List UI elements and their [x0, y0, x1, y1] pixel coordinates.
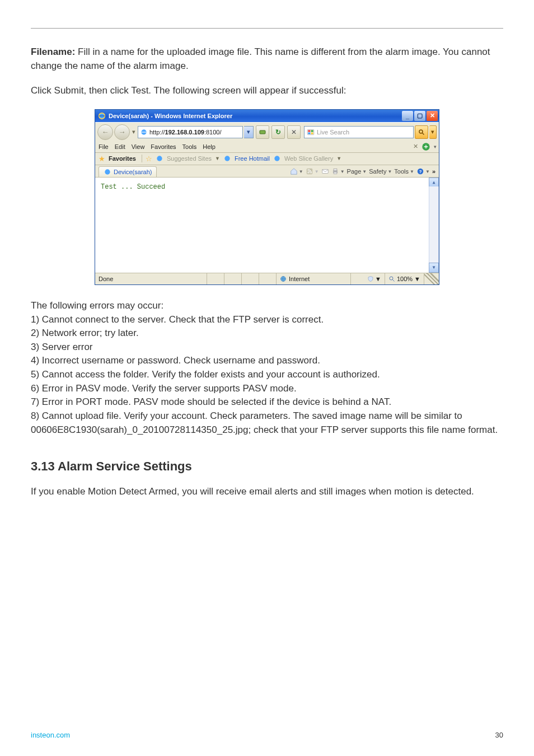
svg-rect-4 [308, 130, 310, 132]
ie-small-icon-2 [223, 155, 231, 162]
shield-icon [367, 276, 374, 282]
window-title: Device(sarah) - Windows Internet Explore… [109, 113, 232, 119]
status-done: Done [95, 273, 207, 284]
menu-tools[interactable]: Tools [182, 143, 197, 150]
list-item: 2) Network error; try later. [31, 326, 503, 340]
help-button[interactable]: ?▼ [416, 167, 430, 175]
search-box[interactable]: Live Search [304, 126, 414, 138]
tools-menu[interactable]: Tools▼ [394, 168, 414, 175]
svg-point-12 [224, 156, 229, 161]
menu-file[interactable]: File [99, 143, 109, 150]
nav-history-dropdown[interactable]: ▾ [131, 128, 137, 136]
svg-point-24 [390, 277, 393, 280]
search-options-dropdown[interactable]: ▾ [429, 125, 437, 139]
back-button[interactable]: ← [97, 124, 113, 140]
errors-intro: The following errors may occur: [31, 299, 503, 313]
favorites-star-icon[interactable]: ★ [99, 155, 105, 163]
svg-text:?: ? [419, 169, 422, 174]
ie-window: Device(sarah) - Windows Internet Explore… [95, 109, 439, 285]
list-item: 8) Cannot upload file. Verify your accou… [31, 409, 503, 437]
resize-grip[interactable] [424, 273, 439, 284]
tab-and-command-bar: Device(sarah) ▼ ▼ ▼ Page▼ [95, 165, 439, 177]
paragraph-motion-detect: If you enable Motion Detect Armed, you w… [31, 485, 503, 499]
tab-page-icon [104, 168, 111, 176]
home-button[interactable]: ▼ [290, 167, 303, 175]
minimize-button[interactable]: _ [402, 111, 413, 121]
filename-label: Filename: [31, 46, 75, 57]
page-menu[interactable]: Page▼ [347, 168, 367, 175]
status-bar: Done Internet ▼ 100% ▼ [95, 273, 439, 284]
ie-page-icon [140, 128, 148, 136]
close-button[interactable]: ✕ [427, 111, 438, 121]
print-button[interactable]: ▼ [331, 167, 345, 175]
security-zone[interactable]: Internet [277, 273, 351, 284]
svg-rect-6 [308, 133, 310, 134]
page-content: Test ... Succeed ▴ ▾ [95, 177, 439, 273]
address-dropdown[interactable]: ▾ [244, 126, 254, 138]
list-item: 6) Error in PASV mode. Verify the server… [31, 382, 503, 396]
toolbar-home-addon-icon[interactable] [421, 142, 430, 151]
menu-edit[interactable]: Edit [115, 143, 125, 150]
address-text: http://192.168.0.109:8100/ [149, 129, 241, 136]
toolbar-addon-dropdown[interactable]: ▾ [434, 144, 437, 150]
suggested-sites-link[interactable]: Suggested Sites [167, 155, 212, 162]
address-bar[interactable]: http://192.168.0.109:8100/ [138, 126, 243, 138]
paragraph-filename: Filename: Fill in a name for the uploade… [31, 45, 503, 73]
list-item: 5) Cannot access the folder. Verify the … [31, 368, 503, 382]
footer-page-number: 30 [495, 731, 503, 739]
ie-small-icon [156, 155, 163, 162]
maximize-button[interactable]: ▢ [414, 111, 425, 121]
protected-mode[interactable]: ▼ [351, 273, 385, 284]
menu-bar: File Edit View Favorites Tools Help ✕ ▾ [95, 142, 439, 152]
svg-point-14 [105, 169, 110, 174]
tab-label: Device(sarah) [114, 169, 152, 175]
test-result-text: Test ... Succeed [101, 183, 165, 191]
menu-view[interactable]: View [132, 143, 145, 150]
web-slice-link[interactable]: Web Slice Gallery [284, 155, 333, 162]
toolbar-close-icon[interactable]: ✕ [413, 143, 418, 150]
feeds-button[interactable]: ▼ [306, 167, 319, 175]
tab-device[interactable]: Device(sarah) [99, 166, 157, 177]
search-go-button[interactable] [415, 125, 428, 139]
list-item: 3) Server error [31, 340, 503, 354]
svg-rect-20 [334, 172, 337, 175]
svg-point-13 [274, 156, 279, 161]
header-divider [31, 28, 503, 29]
ie-small-icon-3 [273, 155, 281, 162]
zoom-control[interactable]: 100% ▼ [385, 273, 424, 284]
forward-button[interactable]: → [114, 124, 130, 140]
page-footer: insteon.com 30 [31, 731, 503, 739]
svg-rect-5 [311, 130, 313, 132]
compat-view-button[interactable] [256, 125, 269, 139]
scroll-down-button[interactable]: ▾ [429, 263, 439, 273]
svg-rect-7 [311, 133, 313, 134]
svg-point-8 [419, 130, 423, 133]
favorites-label[interactable]: Favorites [109, 155, 136, 162]
list-item: 1) Cannot connect to the server. Check t… [31, 313, 503, 327]
address-row: ← → ▾ http://192.168.0.109:8100/ ▾ ↻ ✕ L… [95, 123, 439, 142]
live-search-icon [307, 128, 315, 136]
svg-rect-17 [322, 170, 328, 174]
read-mail-button[interactable] [321, 167, 329, 175]
filename-text: Fill in a name for the uploaded image fi… [31, 46, 490, 71]
scrollbar-track[interactable] [429, 186, 439, 264]
stop-button[interactable]: ✕ [287, 125, 301, 139]
svg-rect-19 [334, 169, 337, 171]
add-favorite-icon[interactable]: ☆ [146, 155, 152, 163]
safety-menu[interactable]: Safety▼ [369, 168, 392, 175]
footer-site: insteon.com [31, 731, 70, 739]
internet-zone-icon [280, 276, 287, 282]
favorites-bar: ★ Favorites ☆ Suggested Sites ▼ Free Hot… [95, 152, 439, 165]
list-item: 4) Incorrect username or password. Check… [31, 354, 503, 368]
list-item: 7) Error in PORT mode. PASV mode should … [31, 395, 503, 409]
ie-logo-icon [98, 112, 106, 120]
free-hotmail-link[interactable]: Free Hotmail [235, 155, 270, 162]
command-bar-overflow[interactable]: » [432, 168, 435, 175]
section-heading: 3.13 Alarm Service Settings [31, 459, 503, 474]
refresh-button[interactable]: ↻ [271, 125, 285, 139]
menu-favorites[interactable]: Favorites [151, 143, 176, 150]
title-bar[interactable]: Device(sarah) - Windows Internet Explore… [95, 110, 439, 122]
menu-help[interactable]: Help [203, 143, 216, 150]
paragraph-instruction: Click Submit, then click Test. The follo… [31, 84, 503, 98]
svg-point-16 [307, 172, 308, 174]
